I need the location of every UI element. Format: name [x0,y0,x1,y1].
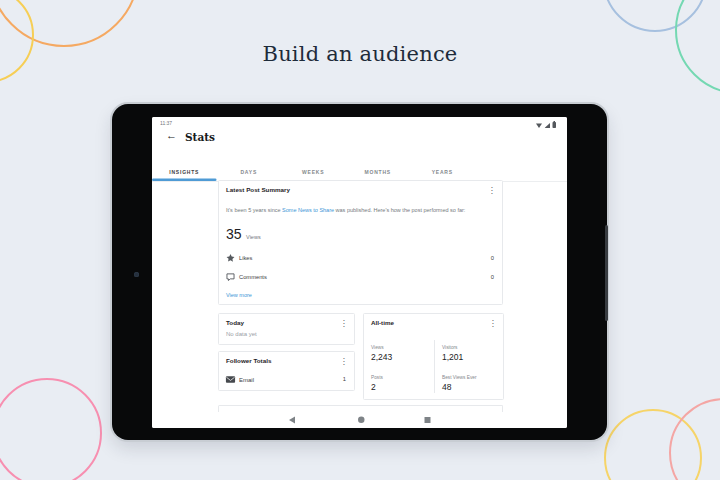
signal-icon [545,123,551,128]
card-title: Latest Post Summary [226,187,290,194]
stat-label: Views [371,344,430,350]
front-camera-dot [134,272,139,277]
battery-icon [553,122,557,128]
comment-icon [225,272,236,282]
stat-value: 48 [442,382,501,392]
likes-label: Likes [239,255,252,261]
back-button[interactable]: ← [166,130,177,141]
summary-text-suffix: was published. Here's how the post perfo… [334,207,465,213]
status-bar-time: 11:37 [160,120,172,126]
tablet-screen: 11:37 ← Stats INSIGHTS DAYS WEEKS MONTHS… [152,117,567,428]
email-followers-row[interactable]: Email 1 [219,372,354,388]
tab-months[interactable]: MONTHS [346,163,411,181]
wifi-icon [536,124,542,129]
all-time-views-stat: Views 2,243 [371,344,430,362]
post-summary-text: It's been 5 years since Some News to Sha… [226,206,493,214]
tab-days[interactable]: DAYS [217,163,282,181]
active-tab-underline [152,179,217,182]
nav-recents-icon[interactable] [425,417,431,423]
page-title: Build an audience [0,42,720,66]
email-label: Email [239,376,254,383]
summary-text-prefix: It's been 5 years since [226,207,282,213]
tablet-device-frame: 11:37 ← Stats INSIGHTS DAYS WEEKS MONTHS… [112,104,607,440]
views-stat: 35 Views [226,226,261,242]
all-time-best-views-stat: Best Views Ever 48 [442,374,501,392]
comments-value: 0 [491,274,494,280]
card-title: All-time [371,320,394,327]
likes-row[interactable]: Likes 0 [219,249,502,267]
nav-home-icon[interactable] [358,417,365,424]
card-title: Follower Totals [226,358,271,365]
more-options-icon[interactable]: ⋮ [489,318,498,328]
nav-back-icon[interactable] [289,417,295,424]
tab-weeks[interactable]: WEEKS [281,163,346,181]
all-time-visitors-stat: Visitors 1,201 [442,344,501,362]
card-title: Today [226,320,244,327]
views-value: 35 [226,226,242,242]
tab-years[interactable]: YEARS [410,163,475,181]
email-value: 1 [343,376,346,382]
likes-value: 0 [491,255,494,261]
android-nav-bar [152,412,567,428]
vertical-divider [434,340,435,393]
stat-label: Best Views Ever [442,374,501,380]
tablet-side-button [605,225,608,321]
more-options-icon[interactable]: ⋮ [340,356,349,366]
app-title: Stats [185,131,215,144]
all-time-card: All-time ⋮ Views 2,243 Visitors 1,201 Po… [363,313,504,400]
post-link[interactable]: Some News to Share [282,207,334,213]
more-options-icon[interactable]: ⋮ [488,185,497,195]
comments-row[interactable]: Comments 0 [219,268,502,286]
latest-post-summary-card: Latest Post Summary ⋮ It's been 5 years … [218,180,503,305]
views-label: Views [246,234,261,240]
stat-value: 2 [371,382,430,392]
follower-totals-card: Follower Totals ⋮ Email 1 [218,351,355,391]
decorative-circle-salmon [669,398,720,480]
view-more-link[interactable]: View more [226,292,252,298]
status-bar-icons [536,122,556,129]
decorative-circle-pink [0,378,102,480]
comments-label: Comments [239,274,267,280]
all-time-posts-stat: Posts 2 [371,374,430,392]
stat-label: Posts [371,374,430,380]
stat-label: Visitors [442,344,501,350]
stat-value: 1,201 [442,352,501,362]
email-icon [225,375,236,384]
today-card: Today ⋮ No data yet [218,313,355,345]
stat-value: 2,243 [371,352,430,362]
star-icon [225,253,236,263]
today-empty-text: No data yet [226,330,257,337]
more-options-icon[interactable]: ⋮ [340,318,349,328]
